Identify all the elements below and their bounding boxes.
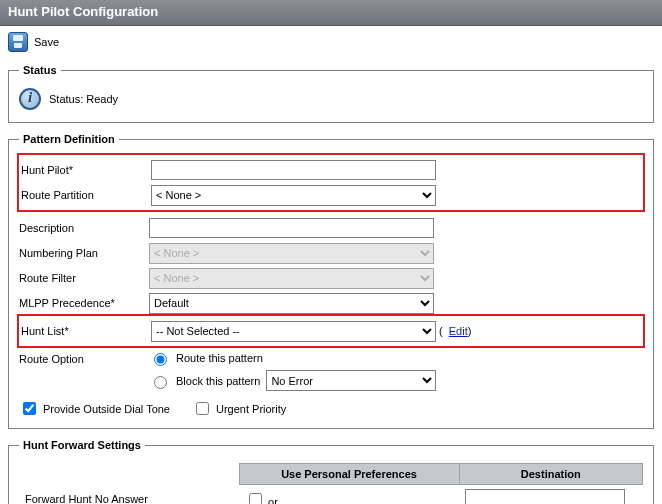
- hunt-pilot-label: Hunt Pilot: [21, 164, 151, 176]
- mlpp-label: MLPP Precedence: [19, 297, 149, 309]
- block-reason-select[interactable]: No Error: [266, 370, 436, 391]
- status-text: Status: Ready: [49, 93, 118, 105]
- status-legend: Status: [19, 64, 61, 76]
- hunt-forward-section: Hunt Forward Settings Use Personal Prefe…: [8, 439, 654, 504]
- route-filter-select: < None >: [149, 268, 434, 289]
- forward-table: Use Personal Preferences Destination For…: [19, 463, 643, 504]
- info-icon: [19, 88, 41, 110]
- numbering-plan-label: Numbering Plan: [19, 247, 149, 259]
- description-label: Description: [19, 222, 149, 234]
- provide-tone-label: Provide Outside Dial Tone: [43, 403, 170, 415]
- col-dest-header: Destination: [459, 464, 643, 485]
- save-button[interactable]: Save: [34, 36, 59, 48]
- route-this-radio[interactable]: [154, 353, 167, 366]
- highlight-box-2: Hunt List -- Not Selected -- (Edit): [17, 314, 645, 348]
- route-partition-select[interactable]: < None >: [151, 185, 436, 206]
- hunt-list-label: Hunt List: [21, 325, 151, 337]
- route-option-label: Route Option: [19, 350, 149, 365]
- route-partition-label: Route Partition: [21, 189, 151, 201]
- numbering-plan-select: < None >: [149, 243, 434, 264]
- edit-close-paren: ): [468, 325, 472, 337]
- edit-open-paren: (: [436, 325, 443, 337]
- pattern-legend: Pattern Definition: [19, 133, 119, 145]
- forward-legend: Hunt Forward Settings: [19, 439, 145, 451]
- forward-no-answer-label: Forward Hunt No Answer: [19, 485, 239, 505]
- urgent-priority-wrap[interactable]: Urgent Priority: [192, 399, 286, 418]
- mlpp-select[interactable]: Default: [149, 293, 434, 314]
- route-filter-label: Route Filter: [19, 272, 149, 284]
- description-input[interactable]: [149, 218, 434, 238]
- urgent-priority-checkbox[interactable]: [196, 402, 209, 415]
- hunt-pilot-input[interactable]: [151, 160, 436, 180]
- table-row: Forward Hunt No Answer or: [19, 485, 643, 505]
- highlight-box-1: Hunt Pilot Route Partition < None >: [17, 153, 645, 212]
- route-this-label: Route this pattern: [176, 352, 263, 364]
- provide-tone-wrap[interactable]: Provide Outside Dial Tone: [19, 399, 170, 418]
- block-this-label: Block this pattern: [176, 375, 260, 387]
- hunt-list-select[interactable]: -- Not Selected --: [151, 321, 436, 342]
- pattern-definition-section: Pattern Definition Hunt Pilot Route Part…: [8, 133, 654, 429]
- or-label: or: [268, 496, 278, 505]
- block-this-radio[interactable]: [154, 376, 167, 389]
- urgent-priority-label: Urgent Priority: [216, 403, 286, 415]
- page-title: Hunt Pilot Configuration: [0, 0, 662, 26]
- edit-link[interactable]: Edit: [449, 325, 468, 337]
- status-section: Status Status: Ready: [8, 64, 654, 123]
- toolbar: Save: [0, 26, 662, 58]
- col-pref-header: Use Personal Preferences: [239, 464, 459, 485]
- forward-no-answer-dest-input[interactable]: [465, 489, 625, 504]
- forward-no-answer-pref-checkbox[interactable]: [249, 493, 262, 505]
- save-icon[interactable]: [8, 32, 28, 52]
- provide-tone-checkbox[interactable]: [23, 402, 36, 415]
